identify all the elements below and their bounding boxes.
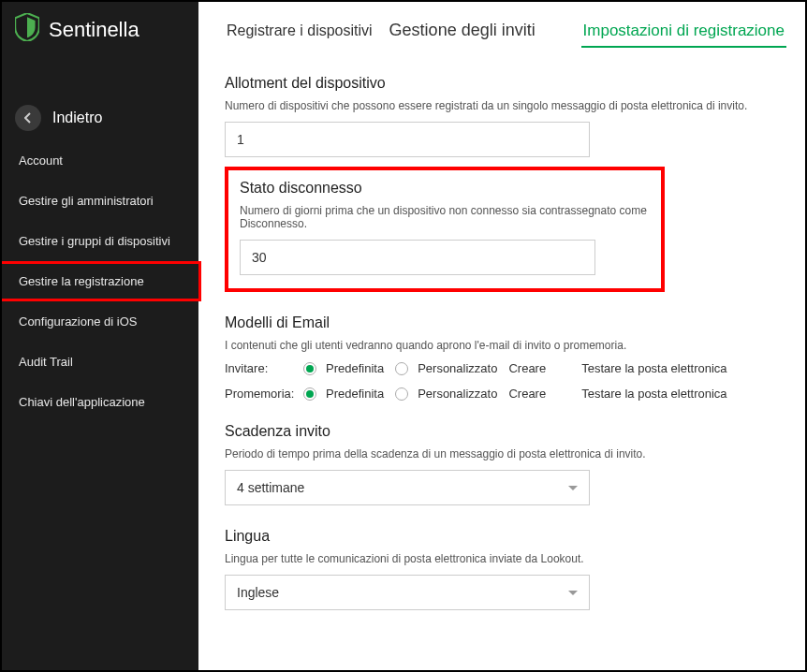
section-title: Lingua — [225, 528, 786, 545]
select-value: Inglese — [237, 585, 279, 600]
invite-radio-custom[interactable] — [395, 362, 408, 375]
select-value: 4 settimane — [237, 480, 304, 495]
back-button[interactable]: Indietro — [2, 95, 198, 140]
radio-option-label: Predefinita — [326, 387, 384, 401]
section-title: Scadenza invito — [225, 423, 786, 440]
radio-option-label: Personalizzato — [418, 361, 497, 375]
disconnected-days-input[interactable] — [240, 240, 595, 275]
chevron-down-icon — [568, 486, 578, 490]
radio-option-label: Personalizzato — [418, 387, 497, 401]
invite-radio-default[interactable] — [303, 362, 316, 375]
section-title: Allotment del dispositivo — [225, 75, 786, 92]
sidebar-item-registration[interactable]: Gestire la registrazione — [0, 261, 201, 301]
section-desc: I contenuti che gli utenti vedranno quan… — [225, 339, 786, 352]
expiry-select[interactable]: 4 settimane — [225, 470, 590, 505]
sidebar-item-label: Configurazione di iOS — [19, 314, 137, 329]
invite-label: Invitare: — [225, 361, 294, 375]
sidebar-item-label: Gestire la registrazione — [19, 274, 144, 288]
sidebar-item-label: Chiavi dell'applicazione — [19, 395, 145, 409]
invite-row: Invitare: Predefinita Personalizzato Cre… — [225, 361, 786, 375]
section-title: Stato disconnesso — [240, 180, 650, 197]
tab-registration-settings[interactable]: Impostazioni di registrazione — [581, 16, 786, 48]
reminder-radio-default[interactable] — [303, 387, 316, 401]
sidebar: Sentinella Indietro Account Gestire gli … — [2, 2, 198, 670]
language-select[interactable]: Inglese — [225, 575, 590, 610]
chevron-left-icon — [15, 105, 41, 131]
section-desc: Lingua per tutte le comunicazioni di pos… — [225, 552, 786, 565]
section-allotment: Allotment del dispositivo Numero di disp… — [225, 75, 786, 157]
sidebar-item-device-groups[interactable]: Gestire i gruppi di dispositivi — [2, 221, 198, 261]
tab-manage-invites[interactable]: Gestione degli inviti — [388, 15, 537, 46]
sidebar-item-label: Gestire i gruppi di dispositivi — [19, 234, 170, 248]
reminder-row: Promemoria: Predefinita Personalizzato C… — [225, 387, 786, 401]
shield-icon — [15, 13, 39, 47]
reminder-create-link[interactable]: Creare — [508, 387, 546, 401]
section-desc: Periodo di tempo prima della scadenza di… — [225, 447, 786, 460]
invite-test-link[interactable]: Testare la posta elettronica — [581, 361, 726, 375]
section-language: Lingua Lingua per tutte le comunicazioni… — [225, 528, 786, 610]
main-content: Registrare i dispositivi Gestione degli … — [198, 2, 805, 670]
reminder-radio-custom[interactable] — [395, 387, 408, 401]
back-label: Indietro — [52, 110, 102, 126]
sidebar-item-label: Audit Trail — [19, 355, 73, 369]
sidebar-item-account[interactable]: Account — [2, 140, 198, 181]
chevron-down-icon — [568, 591, 578, 595]
reminder-label: Promemoria: — [225, 387, 294, 401]
reminder-test-link[interactable]: Testare la posta elettronica — [581, 387, 726, 401]
sidebar-item-label: Account — [19, 153, 63, 168]
sidebar-item-label: Gestire gli amministratori — [19, 194, 154, 208]
section-disconnected: Stato disconnesso Numero di giorni prima… — [225, 167, 665, 292]
sidebar-item-admins[interactable]: Gestire gli amministratori — [2, 181, 198, 221]
section-desc: Numero di giorni prima che un dispositiv… — [240, 204, 650, 230]
brand-name: Sentinella — [49, 18, 139, 42]
radio-option-label: Predefinita — [326, 361, 384, 375]
allotment-input[interactable] — [225, 122, 590, 157]
tab-register-devices[interactable]: Registrare i dispositivi — [225, 17, 374, 45]
section-title: Modelli di Email — [225, 314, 786, 331]
sidebar-item-app-keys[interactable]: Chiavi dell'applicazione — [2, 382, 198, 422]
section-email-models: Modelli di Email I contenuti che gli ute… — [225, 314, 786, 401]
brand: Sentinella — [2, 2, 198, 58]
section-desc: Numero di dispositivi che possono essere… — [225, 99, 786, 112]
tabs: Registrare i dispositivi Gestione degli … — [225, 2, 786, 52]
section-expiry: Scadenza invito Periodo di tempo prima d… — [225, 423, 786, 505]
sidebar-item-ios-config[interactable]: Configurazione di iOS — [2, 301, 198, 342]
invite-create-link[interactable]: Creare — [508, 361, 546, 375]
sidebar-item-audit-trail[interactable]: Audit Trail — [2, 342, 198, 382]
